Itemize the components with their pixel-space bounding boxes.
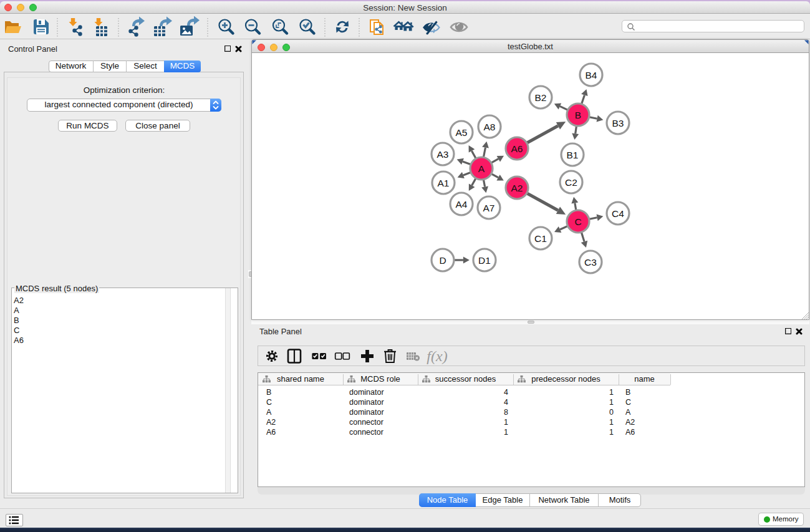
svg-text:D: D bbox=[439, 255, 446, 266]
svg-text:C3: C3 bbox=[584, 257, 597, 268]
svg-text:A4: A4 bbox=[456, 199, 468, 210]
svg-text:C: C bbox=[574, 216, 581, 227]
svg-text:D1: D1 bbox=[478, 255, 491, 266]
svg-text:B: B bbox=[575, 110, 581, 120]
svg-text:A1: A1 bbox=[438, 178, 450, 188]
svg-text:A2: A2 bbox=[511, 183, 523, 193]
svg-text:C1: C1 bbox=[534, 233, 547, 244]
svg-text:B2: B2 bbox=[535, 92, 547, 103]
svg-text:C2: C2 bbox=[565, 177, 577, 188]
svg-text:A5: A5 bbox=[456, 127, 468, 138]
svg-text:A7: A7 bbox=[483, 203, 495, 213]
svg-text:A6: A6 bbox=[511, 143, 523, 154]
svg-text:A3: A3 bbox=[437, 149, 449, 160]
svg-text:B1: B1 bbox=[567, 150, 579, 160]
svg-text:B4: B4 bbox=[586, 70, 597, 80]
svg-text:A8: A8 bbox=[484, 122, 496, 132]
svg-text:A: A bbox=[478, 163, 485, 174]
svg-text:C4: C4 bbox=[612, 208, 624, 219]
svg-text:B3: B3 bbox=[612, 118, 624, 128]
svg-text:f(x): f(x) bbox=[427, 348, 447, 364]
